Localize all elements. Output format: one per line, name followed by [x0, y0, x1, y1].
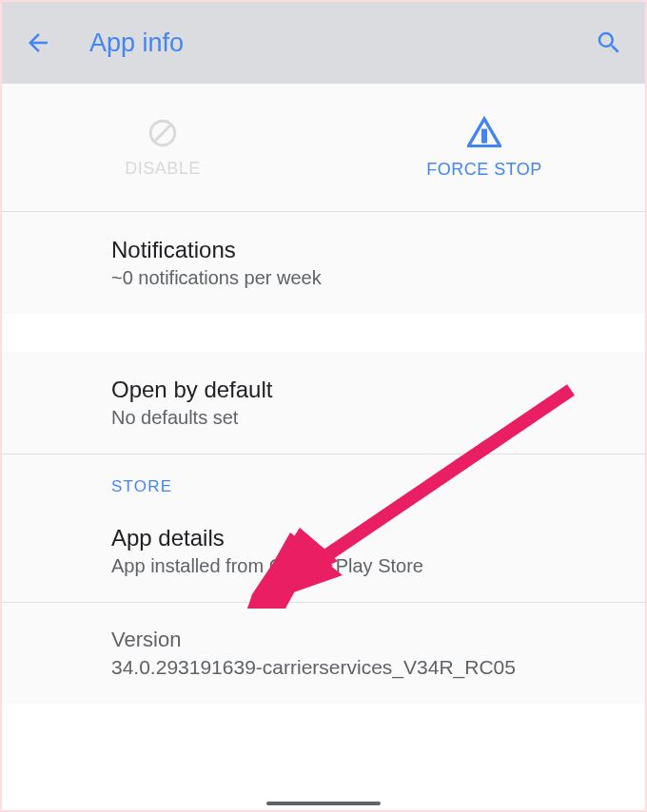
open-by-default-subtitle: No defaults set	[111, 407, 617, 429]
list-section-2: Open by default No defaults set STORE Ap…	[2, 352, 645, 704]
list-section-1: Notifications ~0 notifications per week	[2, 212, 645, 314]
version-value: 34.0.293191639-carrierservices_V34R_RC05	[111, 656, 617, 679]
version-title: Version	[111, 628, 617, 652]
svg-point-1	[483, 140, 486, 143]
action-row: DISABLE FORCE STOP	[2, 84, 645, 212]
open-by-default-title: Open by default	[111, 377, 617, 403]
notifications-title: Notifications	[111, 237, 617, 263]
force-stop-label: FORCE STOP	[426, 160, 542, 180]
force-stop-button[interactable]: FORCE STOP	[324, 84, 645, 211]
notifications-item[interactable]: Notifications ~0 notifications per week	[2, 212, 645, 314]
warning-icon	[467, 116, 501, 150]
open-by-default-item[interactable]: Open by default No defaults set	[2, 352, 645, 454]
app-details-subtitle: App installed from Google Play Store	[111, 555, 617, 577]
header-left: App info	[21, 26, 184, 60]
disable-label: DISABLE	[125, 159, 201, 179]
search-icon	[595, 29, 623, 57]
version-item: Version 34.0.293191639-carrierservices_V…	[2, 603, 645, 704]
app-details-title: App details	[111, 525, 617, 551]
arrow-back-icon	[24, 29, 52, 57]
page-title: App info	[89, 29, 184, 58]
app-bar: App info	[2, 2, 645, 84]
nav-bar-handle[interactable]	[266, 802, 381, 805]
section-gap	[2, 314, 645, 352]
disable-icon	[147, 117, 179, 149]
store-section-header: STORE	[2, 454, 645, 500]
app-details-item[interactable]: App details App installed from Google Pl…	[2, 500, 645, 602]
back-button[interactable]	[21, 26, 55, 60]
search-button[interactable]	[592, 26, 626, 60]
disable-button: DISABLE	[2, 84, 324, 211]
notifications-subtitle: ~0 notifications per week	[111, 267, 617, 289]
